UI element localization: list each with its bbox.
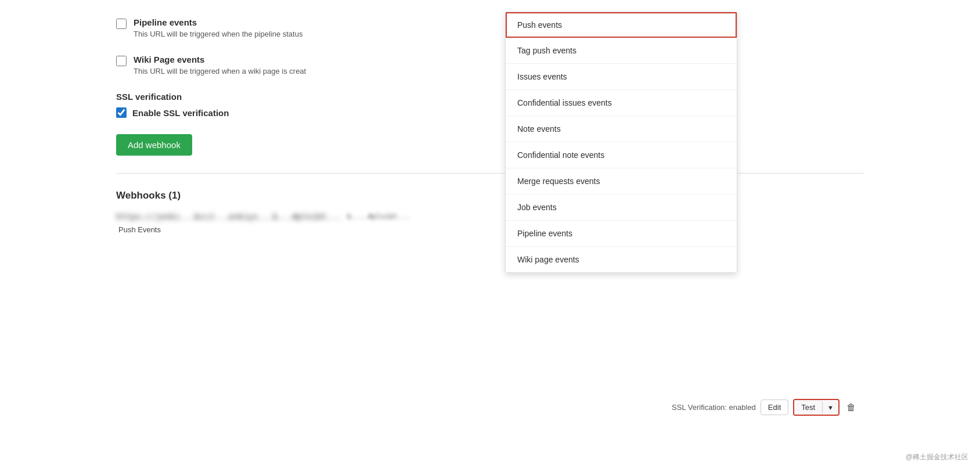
dropdown-item-9[interactable]: Wiki page events xyxy=(506,247,737,272)
webhook-actions: SSL Verification: enabled Edit Test ▼ 🗑 xyxy=(672,399,858,416)
page-wrapper: Pipeline events This URL will be trigger… xyxy=(0,0,980,468)
divider xyxy=(116,173,864,174)
test-button-wrapper: Test ▼ xyxy=(793,399,840,416)
delete-webhook-button[interactable]: 🗑 xyxy=(844,400,858,415)
wiki-page-events-label-group: Wiki Page events This URL will be trigge… xyxy=(134,55,306,75)
dropdown-item-8[interactable]: Pipeline events xyxy=(506,221,737,247)
webhook-url: https://jenki...bccJ...enkiys...b...#pln… xyxy=(116,212,341,221)
wiki-page-events-row: Wiki Page events This URL will be trigge… xyxy=(116,55,864,75)
dropdown-item-6[interactable]: Merge requests events xyxy=(506,168,737,195)
webhook-url-row: https://jenki...bccJ...enkiys...b...#pln… xyxy=(116,212,864,221)
wiki-page-events-title: Wiki Page events xyxy=(134,55,306,64)
test-button[interactable]: Test xyxy=(794,400,822,415)
ssl-verification-status: SSL Verification: enabled xyxy=(672,403,756,412)
wiki-page-events-desc: This URL will be triggered when a wiki p… xyxy=(134,67,306,75)
dropdown-item-7[interactable]: Job events xyxy=(506,195,737,221)
ssl-section: SSL verification Enable SSL verification xyxy=(116,92,864,118)
dropdown-item-4[interactable]: Note events xyxy=(506,116,737,142)
pipeline-events-checkbox[interactable] xyxy=(116,19,127,29)
pipeline-events-row: Pipeline events This URL will be trigger… xyxy=(116,17,864,38)
webhook-item: https://jenki...bccJ...enkiys...b...#pln… xyxy=(116,212,864,234)
edit-button[interactable]: Edit xyxy=(761,399,788,415)
watermark: @稀土掘金技术社区 xyxy=(906,452,968,462)
pipeline-events-desc: This URL will be triggered when the pipe… xyxy=(134,30,302,38)
ssl-heading: SSL verification xyxy=(116,92,864,102)
add-webhook-button[interactable]: Add webhook xyxy=(116,134,192,156)
dropdown-item-3[interactable]: Confidential issues events xyxy=(506,90,737,116)
ssl-label[interactable]: Enable SSL verification xyxy=(132,108,229,118)
webhooks-heading: Webhooks (1) xyxy=(116,190,864,201)
dropdown-menu: Push eventsTag push eventsIssues eventsC… xyxy=(505,12,737,273)
push-events-label: Push Events xyxy=(116,225,864,234)
dropdown-item-2[interactable]: Issues events xyxy=(506,64,737,90)
dropdown-item-0[interactable]: Push events xyxy=(506,12,737,38)
dropdown-item-1[interactable]: Tag push events xyxy=(506,38,737,64)
wiki-page-events-checkbox[interactable] xyxy=(116,56,127,66)
dropdown-item-5[interactable]: Confidential note events xyxy=(506,142,737,168)
pipeline-events-title: Pipeline events xyxy=(134,17,302,27)
test-dropdown-arrow-button[interactable]: ▼ xyxy=(822,401,838,414)
ssl-checkbox[interactable] xyxy=(116,107,127,118)
ssl-checkbox-row: Enable SSL verification xyxy=(116,107,864,118)
pipeline-events-label-group: Pipeline events This URL will be trigger… xyxy=(134,17,302,38)
webhook-url-extra: b....#plnibt... xyxy=(347,213,410,221)
